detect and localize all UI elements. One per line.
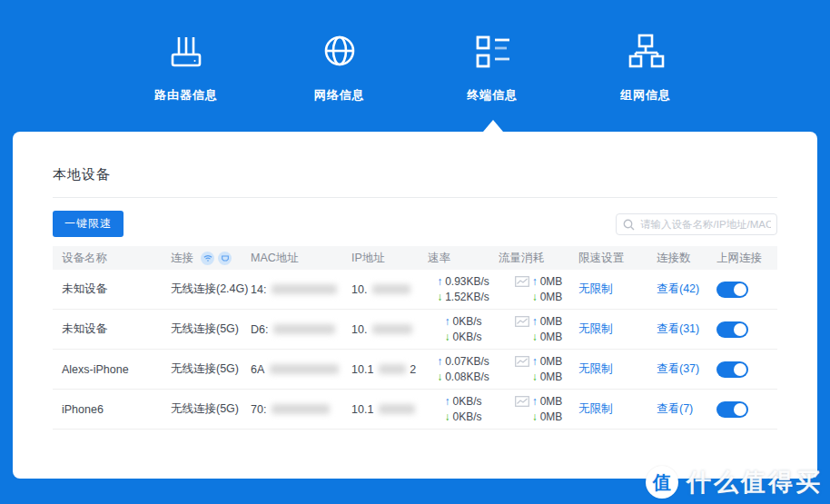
col-header-ip: IP地址: [351, 251, 428, 266]
col-header-connections: 连接数: [657, 251, 716, 266]
device-connection: 无线连接(2.4G): [171, 282, 251, 297]
ip-suffix: 2: [410, 363, 416, 376]
limit-link[interactable]: 无限制: [578, 321, 613, 337]
connection-count: 查看(7): [657, 401, 716, 417]
mac-prefix: D6:: [251, 323, 268, 336]
limit-setting: 无限制: [578, 361, 657, 377]
internet-toggle[interactable]: [716, 361, 748, 378]
view-connections-link[interactable]: 查看(31): [657, 321, 699, 337]
device-mac: D6:: [251, 323, 351, 336]
traffic-chart-icon[interactable]: [515, 396, 529, 407]
mac-prefix: 70:: [251, 403, 266, 416]
col-header-mac: MAC地址: [251, 251, 351, 266]
mac-prefix: 14:: [251, 283, 266, 296]
device-traffic: ↑0MB ↓0MB: [499, 395, 578, 423]
download-arrow-icon: ↓: [532, 371, 538, 383]
table-header-row: 设备名称 连接 MAC地址 IP地址: [53, 246, 777, 270]
device-ip: 10.1: [351, 403, 428, 416]
wifi-filter-icon[interactable]: [201, 252, 214, 265]
device-connection: 无线连接(5G): [171, 321, 251, 337]
download-arrow-icon: ↓: [437, 371, 442, 383]
internet-toggle[interactable]: [716, 401, 748, 418]
table-row: Alexs-iPhone 无线连接(5G) 6A 10.1 2 ↑0.07KB/…: [53, 350, 777, 390]
limit-link[interactable]: 无限制: [578, 282, 613, 297]
wired-filter-icon[interactable]: [218, 252, 232, 265]
download-traffic: 0MB: [540, 291, 563, 303]
device-ip: 10.: [351, 283, 428, 296]
toggle-knob: [734, 283, 746, 296]
traffic-chart-icon[interactable]: [515, 276, 529, 287]
download-traffic: 0MB: [540, 371, 563, 383]
mac-prefix: 6A: [251, 363, 264, 376]
internet-access: [716, 401, 777, 418]
table-row: 未知设备 无线连接(2.4G) 14: 10. ↑0.93KB/s ↓1.52K…: [53, 270, 777, 310]
search-icon: [623, 218, 635, 234]
download-speed: 0.08KB/s: [445, 371, 489, 383]
connection-filters: [201, 252, 232, 265]
internet-toggle[interactable]: [716, 282, 748, 298]
view-connections-link[interactable]: 查看(37): [657, 361, 699, 377]
traffic-chart-icon[interactable]: [515, 316, 529, 327]
top-navigation: 路由器信息 网络信息 终端信息 组网信息: [127, 0, 705, 120]
limit-link[interactable]: 无限制: [578, 361, 613, 377]
toolbar: 一键限速: [53, 211, 777, 237]
view-connections-link[interactable]: 查看(7): [657, 401, 693, 417]
ip-censored-blur: [372, 324, 412, 334]
upload-speed: 0.07KB/s: [445, 355, 489, 368]
limit-link[interactable]: 无限制: [578, 401, 613, 417]
globe-icon: [317, 29, 362, 74]
upload-speed: 0KB/s: [452, 315, 481, 328]
tab-terminal-info-active[interactable]: 终端信息: [433, 0, 551, 120]
tab-label: 终端信息: [467, 87, 518, 104]
view-connections-link[interactable]: 查看(42): [657, 282, 699, 297]
tab-network-info[interactable]: 网络信息: [281, 0, 399, 120]
device-traffic: ↑0MB ↓0MB: [499, 275, 578, 303]
device-traffic: ↑0MB ↓0MB: [499, 355, 578, 383]
ip-prefix: 10.: [351, 283, 367, 296]
upload-arrow-icon: ↑: [532, 395, 538, 408]
upload-traffic: 0MB: [540, 315, 563, 328]
device-speed: ↑0KB/s ↓0KB/s: [428, 315, 499, 343]
mac-censored-blur: [272, 404, 330, 414]
one-key-limit-button[interactable]: 一键限速: [53, 211, 124, 237]
device-ip: 10.: [351, 323, 428, 336]
smzdm-watermark: 值 什么值得买: [646, 466, 823, 499]
download-speed: 0KB/s: [452, 410, 481, 423]
mac-censored-blur: [272, 284, 337, 294]
upload-traffic: 0MB: [540, 355, 563, 368]
col-header-limit: 限速设置: [578, 251, 657, 266]
device-list-icon: [469, 29, 515, 74]
col-header-traffic: 流量消耗: [499, 251, 578, 266]
toggle-knob: [734, 363, 746, 376]
upload-arrow-icon: ↑: [437, 355, 442, 368]
toggle-knob: [734, 323, 746, 336]
connection-count: 查看(31): [657, 321, 716, 337]
upload-traffic: 0MB: [540, 395, 563, 408]
connection-count: 查看(42): [657, 282, 716, 297]
device-ip: 10.1 2: [351, 363, 428, 376]
download-arrow-icon: ↓: [532, 291, 538, 303]
internet-access: [716, 361, 777, 378]
upload-speed: 0.93KB/s: [445, 275, 489, 288]
traffic-chart-icon[interactable]: [515, 356, 529, 367]
col-header-internet: 上网连接: [716, 251, 777, 266]
internet-toggle[interactable]: [716, 321, 748, 338]
tab-router-info[interactable]: 路由器信息: [127, 0, 245, 120]
active-tab-pointer: [483, 120, 503, 132]
download-traffic: 0MB: [540, 410, 563, 423]
device-name: Alexs-iPhone: [53, 363, 171, 376]
download-speed: 1.52KB/s: [445, 291, 489, 303]
tab-mesh-info[interactable]: 组网信息: [587, 0, 705, 120]
download-speed: 0KB/s: [452, 331, 481, 343]
connection-count: 查看(37): [657, 361, 716, 377]
search-input[interactable]: [616, 213, 777, 235]
limit-setting: 无限制: [578, 401, 657, 417]
table-row: iPhone6 无线连接(5G) 70: 10.1 ↑0KB/s ↓0KB/s …: [53, 390, 777, 430]
mac-censored-blur: [273, 324, 335, 334]
download-arrow-icon: ↓: [532, 410, 538, 423]
device-speed: ↑0.07KB/s ↓0.08KB/s: [428, 355, 499, 383]
local-devices-panel: 本地设备 一键限速 设备名称 连接: [13, 132, 817, 479]
upload-arrow-icon: ↑: [532, 315, 538, 328]
watermark-text: 什么值得买: [687, 466, 823, 499]
limit-setting: 无限制: [578, 321, 657, 337]
